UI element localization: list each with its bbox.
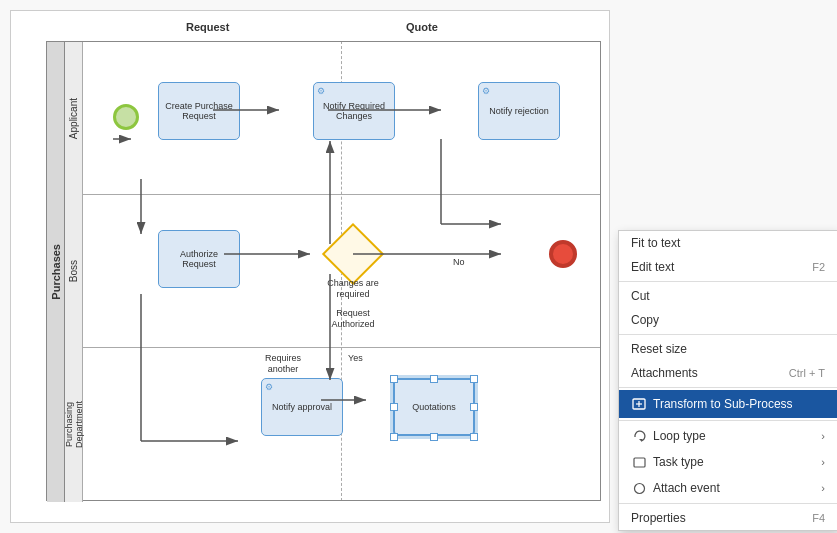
lane-purchasing: PurchasingDepartment Requiresanother Yes… xyxy=(65,348,600,502)
task-create-purchase[interactable]: Create PurchaseRequest xyxy=(158,82,240,140)
menu-item-fit-to-text[interactable]: Fit to text xyxy=(619,231,837,255)
menu-item-edit-text[interactable]: Edit text F2 xyxy=(619,255,837,279)
menu-item-transform-subprocess[interactable]: Transform to Sub-Process xyxy=(619,390,837,418)
start-event[interactable] xyxy=(113,104,139,130)
gateway-changes[interactable] xyxy=(322,223,384,285)
main-container: Request Quote Purchases Applicant xyxy=(0,0,837,533)
menu-divider-1 xyxy=(619,281,837,282)
svg-point-19 xyxy=(634,483,644,493)
col-header-quote: Quote xyxy=(406,21,438,33)
menu-item-attach-event[interactable]: Attach event › xyxy=(619,475,837,501)
menu-item-attachments[interactable]: Attachments Ctrl + T xyxy=(619,361,837,385)
lane-boss: Boss AuthorizeRequest Changes arerequire… xyxy=(65,195,600,348)
task-notify-rejection[interactable]: ⚙ Notify rejection xyxy=(478,82,560,140)
task-notify-approval[interactable]: ⚙ Notify approval xyxy=(261,378,343,436)
label-yes: Yes xyxy=(348,353,363,363)
gateway-label: Changes arerequired xyxy=(311,278,395,300)
task-notify-changes[interactable]: ⚙ Notify RequiredChanges xyxy=(313,82,395,140)
menu-item-copy[interactable]: Copy xyxy=(619,308,837,332)
task-quotations[interactable]: Quotations xyxy=(393,378,475,436)
lane-applicant: Applicant Create PurchaseRequest ⚙ Notif… xyxy=(65,42,600,195)
end-event[interactable] xyxy=(549,240,577,268)
svg-rect-18 xyxy=(634,458,645,467)
menu-item-task-type[interactable]: Task type › xyxy=(619,449,837,475)
label-request-authorized: RequestAuthorized xyxy=(311,308,395,330)
menu-divider-2 xyxy=(619,334,837,335)
pool-title: Purchases xyxy=(47,42,65,502)
menu-item-reset-size[interactable]: Reset size xyxy=(619,337,837,361)
menu-divider-3 xyxy=(619,387,837,388)
menu-item-loop-type[interactable]: Loop type › xyxy=(619,423,837,449)
task-authorize[interactable]: AuthorizeRequest xyxy=(158,230,240,288)
context-menu: Fit to text Edit text F2 Cut Copy Reset … xyxy=(618,230,837,531)
menu-divider-4 xyxy=(619,420,837,421)
menu-item-cut[interactable]: Cut xyxy=(619,284,837,308)
col-header-request: Request xyxy=(186,21,229,33)
menu-divider-5 xyxy=(619,503,837,504)
label-no: No xyxy=(453,257,465,267)
menu-item-properties[interactable]: Properties F4 xyxy=(619,506,837,530)
label-requires-another: Requiresanother xyxy=(248,353,318,375)
